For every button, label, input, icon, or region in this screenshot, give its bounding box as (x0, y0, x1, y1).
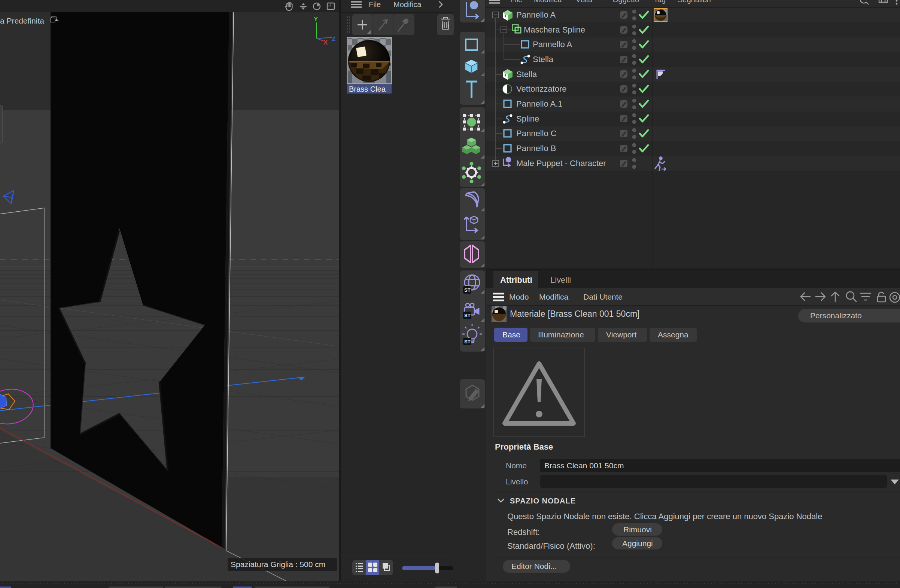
svg-text:Illuminazione: Illuminazione (538, 330, 584, 339)
svg-text:Oggetto: Oggetto (613, 0, 639, 4)
svg-text:Standard/Fisico (Attivo):: Standard/Fisico (Attivo): (507, 541, 595, 551)
svg-text:Modifica: Modifica (534, 0, 562, 4)
svg-text:Spline: Spline (516, 114, 539, 124)
svg-text:Pannello A.1: Pannello A.1 (516, 99, 563, 108)
svg-text:Stella: Stella (533, 55, 554, 64)
svg-text:Stella: Stella (516, 70, 537, 79)
svg-text:Vista: Vista (576, 0, 593, 4)
svg-text:Redshift:: Redshift: (507, 528, 540, 537)
svg-text:Assegna: Assegna (658, 330, 689, 339)
svg-text:Attributi: Attributi (500, 275, 532, 285)
svg-text:Maschera Spline: Maschera Spline (524, 25, 585, 34)
svg-text:Tag: Tag (654, 0, 666, 4)
svg-text:Brass Clean 001 50cm: Brass Clean 001 50cm (544, 461, 624, 470)
svg-text:Editor Nodi...: Editor Nodi... (511, 562, 557, 570)
svg-text:Questo Spazio Nodale non esist: Questo Spazio Nodale non esiste. Clicca … (507, 512, 822, 521)
svg-text:Pannello B: Pannello B (516, 144, 556, 153)
svg-text:File: File (510, 0, 522, 4)
svg-text:ST: ST (464, 287, 470, 293)
svg-text:Male Puppet - Character: Male Puppet - Character (516, 159, 606, 168)
svg-text:Vettorizzatore: Vettorizzatore (516, 84, 567, 93)
svg-text:Pannello C: Pannello C (516, 128, 557, 138)
svg-text:Y: Y (314, 16, 318, 23)
svg-text:Materiale [Brass Clean 001 50c: Materiale [Brass Clean 001 50cm] (510, 309, 639, 319)
svg-text:Spaziatura Griglia : 500 cm: Spaziatura Griglia : 500 cm (231, 560, 325, 569)
svg-text:Livelli: Livelli (550, 275, 571, 285)
svg-text:Pannello A: Pannello A (516, 10, 556, 19)
svg-text:Modo: Modo (509, 292, 529, 301)
svg-text:File: File (369, 0, 381, 9)
svg-text:Dati Utente: Dati Utente (583, 292, 622, 301)
svg-text:Viewport: Viewport (606, 330, 636, 339)
svg-text:Brass Clea: Brass Clea (349, 85, 386, 93)
svg-text:Personalizzato: Personalizzato (810, 311, 862, 320)
svg-text:Z: Z (332, 36, 335, 43)
svg-text:ST: ST (464, 313, 470, 318)
svg-text:Segnalibri: Segnalibri (678, 0, 711, 4)
svg-text:Base: Base (503, 330, 520, 339)
svg-text:Pannello A: Pannello A (533, 40, 573, 49)
svg-text:Aggiungi: Aggiungi (622, 539, 653, 548)
svg-text:Nome: Nome (506, 461, 527, 470)
svg-text:Proprietà Base: Proprietà Base (495, 442, 553, 452)
svg-text:Modifica: Modifica (539, 292, 569, 301)
svg-text:Modifica: Modifica (394, 0, 422, 9)
svg-text:X: X (323, 39, 328, 46)
svg-text:SPAZIO NODALE: SPAZIO NODALE (510, 497, 576, 505)
svg-text:Livello: Livello (506, 477, 528, 486)
svg-text:a Predefinita: a Predefinita (0, 17, 44, 25)
svg-text:ST: ST (464, 339, 470, 345)
svg-text:Rimuovi: Rimuovi (623, 525, 652, 534)
